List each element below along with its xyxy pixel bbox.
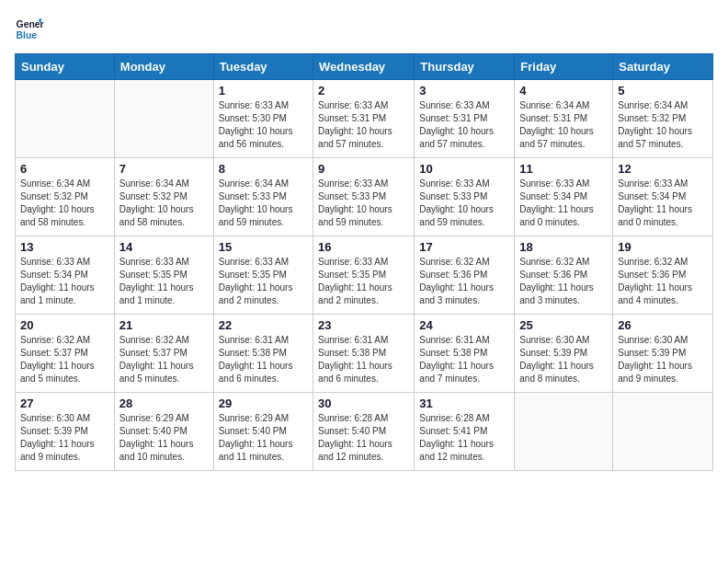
calendar-cell: 20Sunrise: 6:32 AM Sunset: 5:37 PM Dayli… [16, 315, 115, 393]
day-number: 14 [119, 240, 209, 254]
day-number: 12 [618, 162, 708, 176]
day-info: Sunrise: 6:33 AM Sunset: 5:35 PM Dayligh… [318, 256, 409, 307]
calendar-cell: 14Sunrise: 6:33 AM Sunset: 5:35 PM Dayli… [114, 236, 213, 315]
day-number: 24 [419, 318, 509, 332]
day-info: Sunrise: 6:34 AM Sunset: 5:31 PM Dayligh… [519, 99, 608, 151]
calendar-cell: 18Sunrise: 6:32 AM Sunset: 5:36 PM Dayli… [515, 236, 613, 315]
calendar-cell: 21Sunrise: 6:32 AM Sunset: 5:37 PM Dayli… [114, 315, 213, 393]
calendar-cell: 15Sunrise: 6:33 AM Sunset: 5:35 PM Dayli… [213, 236, 313, 315]
calendar-cell: 12Sunrise: 6:33 AM Sunset: 5:34 PM Dayli… [613, 158, 713, 236]
day-info: Sunrise: 6:33 AM Sunset: 5:34 PM Dayligh… [519, 178, 608, 229]
day-info: Sunrise: 6:33 AM Sunset: 5:30 PM Dayligh… [219, 99, 308, 151]
day-info: Sunrise: 6:32 AM Sunset: 5:36 PM Dayligh… [419, 256, 509, 307]
logo-icon: General Blue [15, 15, 44, 44]
day-info: Sunrise: 6:33 AM Sunset: 5:35 PM Dayligh… [119, 256, 209, 307]
calendar-cell: 4Sunrise: 6:34 AM Sunset: 5:31 PM Daylig… [515, 80, 613, 158]
day-info: Sunrise: 6:32 AM Sunset: 5:36 PM Dayligh… [519, 256, 608, 307]
day-number: 21 [119, 318, 209, 332]
weekday-header-tuesday: Tuesday [213, 54, 313, 80]
day-info: Sunrise: 6:28 AM Sunset: 5:41 PM Dayligh… [419, 412, 509, 464]
weekday-header-thursday: Thursday [415, 54, 515, 80]
calendar-cell: 29Sunrise: 6:29 AM Sunset: 5:40 PM Dayli… [213, 393, 313, 471]
day-number: 29 [219, 396, 308, 410]
calendar-cell: 31Sunrise: 6:28 AM Sunset: 5:41 PM Dayli… [415, 393, 515, 471]
calendar-cell: 9Sunrise: 6:33 AM Sunset: 5:33 PM Daylig… [313, 158, 415, 236]
day-number: 26 [618, 318, 708, 332]
calendar-cell: 10Sunrise: 6:33 AM Sunset: 5:33 PM Dayli… [415, 158, 515, 236]
calendar-cell: 17Sunrise: 6:32 AM Sunset: 5:36 PM Dayli… [415, 236, 515, 315]
weekday-header-sunday: Sunday [16, 54, 115, 80]
day-info: Sunrise: 6:28 AM Sunset: 5:40 PM Dayligh… [318, 412, 409, 464]
day-number: 6 [20, 162, 109, 176]
day-number: 16 [318, 240, 409, 254]
svg-text:Blue: Blue [17, 30, 38, 40]
day-number: 9 [318, 162, 409, 176]
weekday-header-row: SundayMondayTuesdayWednesdayThursdayFrid… [16, 54, 713, 80]
day-number: 27 [20, 396, 109, 410]
calendar-cell: 27Sunrise: 6:30 AM Sunset: 5:39 PM Dayli… [16, 393, 115, 471]
day-info: Sunrise: 6:33 AM Sunset: 5:31 PM Dayligh… [419, 99, 509, 151]
day-number: 22 [219, 318, 308, 332]
calendar-cell: 19Sunrise: 6:32 AM Sunset: 5:36 PM Dayli… [613, 236, 713, 315]
day-info: Sunrise: 6:29 AM Sunset: 5:40 PM Dayligh… [219, 412, 308, 464]
calendar-cell: 22Sunrise: 6:31 AM Sunset: 5:38 PM Dayli… [213, 315, 313, 393]
day-info: Sunrise: 6:32 AM Sunset: 5:37 PM Dayligh… [20, 334, 109, 385]
day-info: Sunrise: 6:33 AM Sunset: 5:31 PM Dayligh… [318, 99, 409, 151]
day-number: 8 [219, 162, 308, 176]
weekday-header-monday: Monday [114, 54, 213, 80]
day-number: 10 [419, 162, 509, 176]
calendar-cell: 13Sunrise: 6:33 AM Sunset: 5:34 PM Dayli… [16, 236, 115, 315]
calendar-cell: 6Sunrise: 6:34 AM Sunset: 5:32 PM Daylig… [16, 158, 115, 236]
day-info: Sunrise: 6:34 AM Sunset: 5:32 PM Dayligh… [20, 178, 109, 229]
day-info: Sunrise: 6:34 AM Sunset: 5:33 PM Dayligh… [219, 178, 308, 229]
day-info: Sunrise: 6:32 AM Sunset: 5:37 PM Dayligh… [119, 334, 209, 385]
day-number: 18 [519, 240, 608, 254]
calendar-cell: 16Sunrise: 6:33 AM Sunset: 5:35 PM Dayli… [313, 236, 415, 315]
day-number: 1 [219, 84, 308, 98]
week-row-4: 20Sunrise: 6:32 AM Sunset: 5:37 PM Dayli… [16, 315, 713, 393]
day-info: Sunrise: 6:30 AM Sunset: 5:39 PM Dayligh… [618, 334, 708, 385]
calendar-cell: 2Sunrise: 6:33 AM Sunset: 5:31 PM Daylig… [313, 80, 415, 158]
logo: General Blue [15, 15, 48, 44]
day-number: 28 [119, 396, 209, 410]
day-info: Sunrise: 6:34 AM Sunset: 5:32 PM Dayligh… [618, 99, 708, 151]
calendar-cell: 3Sunrise: 6:33 AM Sunset: 5:31 PM Daylig… [415, 80, 515, 158]
day-info: Sunrise: 6:31 AM Sunset: 5:38 PM Dayligh… [419, 334, 509, 385]
calendar-cell: 7Sunrise: 6:34 AM Sunset: 5:32 PM Daylig… [114, 158, 213, 236]
day-info: Sunrise: 6:33 AM Sunset: 5:34 PM Dayligh… [618, 178, 708, 229]
day-info: Sunrise: 6:31 AM Sunset: 5:38 PM Dayligh… [219, 334, 308, 385]
day-info: Sunrise: 6:29 AM Sunset: 5:40 PM Dayligh… [119, 412, 209, 464]
week-row-2: 6Sunrise: 6:34 AM Sunset: 5:32 PM Daylig… [16, 158, 713, 236]
calendar-cell: 24Sunrise: 6:31 AM Sunset: 5:38 PM Dayli… [415, 315, 515, 393]
weekday-header-wednesday: Wednesday [313, 54, 415, 80]
calendar-table: SundayMondayTuesdayWednesdayThursdayFrid… [15, 53, 713, 471]
day-number: 7 [119, 162, 209, 176]
day-number: 17 [419, 240, 509, 254]
day-number: 3 [419, 84, 509, 98]
day-number: 23 [318, 318, 409, 332]
calendar-cell: 25Sunrise: 6:30 AM Sunset: 5:39 PM Dayli… [515, 315, 613, 393]
day-info: Sunrise: 6:33 AM Sunset: 5:33 PM Dayligh… [419, 178, 509, 229]
calendar-cell [515, 393, 613, 471]
weekday-header-saturday: Saturday [613, 54, 713, 80]
day-info: Sunrise: 6:33 AM Sunset: 5:33 PM Dayligh… [318, 178, 409, 229]
calendar-cell: 5Sunrise: 6:34 AM Sunset: 5:32 PM Daylig… [613, 80, 713, 158]
calendar-cell: 1Sunrise: 6:33 AM Sunset: 5:30 PM Daylig… [213, 80, 313, 158]
day-info: Sunrise: 6:32 AM Sunset: 5:36 PM Dayligh… [618, 256, 708, 307]
day-number: 4 [519, 84, 608, 98]
calendar-cell [613, 393, 713, 471]
day-number: 30 [318, 396, 409, 410]
calendar-cell: 23Sunrise: 6:31 AM Sunset: 5:38 PM Dayli… [313, 315, 415, 393]
day-number: 20 [20, 318, 109, 332]
calendar-cell: 30Sunrise: 6:28 AM Sunset: 5:40 PM Dayli… [313, 393, 415, 471]
weekday-header-friday: Friday [515, 54, 613, 80]
calendar-cell: 26Sunrise: 6:30 AM Sunset: 5:39 PM Dayli… [613, 315, 713, 393]
day-number: 19 [618, 240, 708, 254]
page-header: General Blue [15, 15, 713, 44]
day-number: 15 [219, 240, 308, 254]
calendar-cell: 11Sunrise: 6:33 AM Sunset: 5:34 PM Dayli… [515, 158, 613, 236]
day-number: 31 [419, 396, 509, 410]
day-number: 2 [318, 84, 409, 98]
calendar-cell [114, 80, 213, 158]
calendar-cell [16, 80, 115, 158]
